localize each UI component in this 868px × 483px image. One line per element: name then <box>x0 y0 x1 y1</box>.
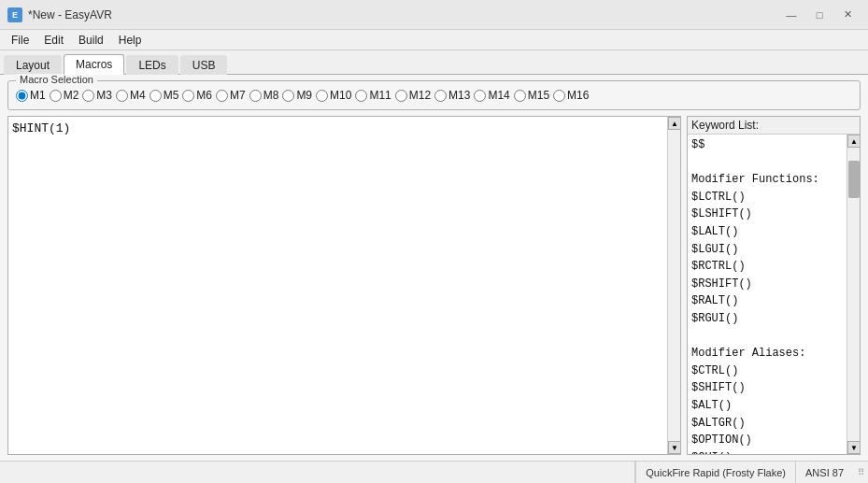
keyword-scrollbar[interactable]: ▲ ▼ <box>847 135 860 454</box>
keyword-panel: Keyword List: $$ Modifier Functions: $LC… <box>687 116 861 455</box>
text-editor-wrap: ▲ ▼ <box>7 116 681 455</box>
tab-bar: Layout Macros LEDs USB <box>0 50 868 75</box>
menu-bar: File Edit Build Help <box>0 30 868 50</box>
radio-label-m2: M2 <box>64 89 79 102</box>
title-bar-controls: — □ ✕ <box>778 6 861 24</box>
radio-label-m16: M16 <box>567 89 589 102</box>
radio-m16[interactable]: M16 <box>553 89 589 102</box>
radio-label-m5: M5 <box>164 89 179 102</box>
radio-input-m10[interactable] <box>316 90 328 102</box>
radio-label-m14: M14 <box>488 89 509 102</box>
menu-file[interactable]: File <box>4 30 36 50</box>
radio-m1[interactable]: M1 <box>16 89 46 102</box>
radio-label-m12: M12 <box>409 89 431 102</box>
radio-m11[interactable]: M11 <box>355 89 391 102</box>
radio-input-m8[interactable] <box>249 90 262 102</box>
tab-leds[interactable]: LEDs <box>126 55 178 75</box>
tab-macros[interactable]: Macros <box>64 54 124 75</box>
editor-area: ▲ ▼ Keyword List: $$ Modifier Functions:… <box>7 116 861 455</box>
radio-input-m1[interactable] <box>16 90 28 102</box>
radio-m15[interactable]: M15 <box>514 89 549 102</box>
status-bar: QuickFire Rapid (Frosty Flake) ANSI 87 ⠿ <box>0 461 868 483</box>
keyword-list-content: $$ Modifier Functions: $LCTRL() $LSHIFT(… <box>688 135 847 454</box>
macro-editor[interactable] <box>8 117 667 454</box>
radio-m5[interactable]: M5 <box>149 89 179 102</box>
radio-input-m11[interactable] <box>355 90 367 102</box>
radio-m13[interactable]: M13 <box>434 89 470 102</box>
keyword-content-wrap: $$ Modifier Functions: $LCTRL() $LSHIFT(… <box>688 135 860 454</box>
radio-m6[interactable]: M6 <box>182 89 212 102</box>
radio-m8[interactable]: M8 <box>249 89 279 102</box>
macro-selection-group: Macro Selection M1M2M3M4M5M6M7M8M9M10M11… <box>7 80 861 110</box>
menu-help[interactable]: Help <box>111 30 149 50</box>
macro-radio-row: M1M2M3M4M5M6M7M8M9M10M11M12M13M14M15M16 <box>16 89 852 102</box>
keyword-scroll-thumb <box>848 161 860 198</box>
status-right: QuickFire Rapid (Frosty Flake) ANSI 87 ⠿ <box>634 462 868 484</box>
title-bar: E *New - EasyAVR — □ ✕ <box>0 0 868 30</box>
close-button[interactable]: ✕ <box>834 6 861 24</box>
radio-input-m3[interactable] <box>82 90 94 102</box>
app-icon: E <box>7 7 22 22</box>
editor-scrollbar: ▲ ▼ <box>667 117 680 454</box>
window-title: *New - EasyAVR <box>28 8 112 21</box>
main-content: Macro Selection M1M2M3M4M5M6M7M8M9M10M11… <box>0 75 868 461</box>
keyword-scroll-up[interactable]: ▲ <box>847 135 860 148</box>
status-grip: ⠿ <box>853 462 868 484</box>
status-keyboard: QuickFire Rapid (Frosty Flake) <box>635 462 795 484</box>
radio-m7[interactable]: M7 <box>216 89 246 102</box>
radio-input-m13[interactable] <box>434 90 447 102</box>
radio-input-m6[interactable] <box>182 90 194 102</box>
radio-input-m5[interactable] <box>149 90 162 102</box>
tab-layout[interactable]: Layout <box>4 55 62 75</box>
radio-label-m13: M13 <box>448 89 470 102</box>
scroll-up-button[interactable]: ▲ <box>668 117 681 130</box>
radio-label-m10: M10 <box>330 89 351 102</box>
menu-edit[interactable]: Edit <box>36 30 71 50</box>
radio-label-m6: M6 <box>196 89 212 102</box>
radio-input-m7[interactable] <box>216 90 228 102</box>
radio-input-m16[interactable] <box>553 90 565 102</box>
radio-label-m3: M3 <box>96 89 112 102</box>
radio-m12[interactable]: M12 <box>395 89 431 102</box>
keyword-list-header: Keyword List: <box>688 117 860 135</box>
radio-label-m4: M4 <box>130 89 146 102</box>
radio-label-m11: M11 <box>369 89 391 102</box>
radio-input-m15[interactable] <box>514 90 526 102</box>
radio-m14[interactable]: M14 <box>474 89 509 102</box>
maximize-button[interactable]: □ <box>806 6 832 24</box>
tab-usb[interactable]: USB <box>180 55 228 75</box>
radio-input-m12[interactable] <box>395 90 407 102</box>
radio-label-m8: M8 <box>263 89 279 102</box>
radio-label-m7: M7 <box>230 89 246 102</box>
radio-input-m9[interactable] <box>282 90 294 102</box>
radio-label-m15: M15 <box>528 89 549 102</box>
scrollbar-track <box>668 130 680 441</box>
minimize-button[interactable]: — <box>778 6 804 24</box>
scroll-down-button[interactable]: ▼ <box>668 441 681 454</box>
radio-m2[interactable]: M2 <box>50 89 79 102</box>
radio-input-m4[interactable] <box>116 90 128 102</box>
menu-build[interactable]: Build <box>71 30 111 50</box>
radio-m3[interactable]: M3 <box>82 89 112 102</box>
radio-label-m1: M1 <box>30 89 46 102</box>
status-layout: ANSI 87 <box>795 462 853 484</box>
macro-selection-label: Macro Selection <box>16 74 97 85</box>
keyword-scroll-track <box>847 198 860 441</box>
keyword-scroll-down[interactable]: ▼ <box>847 441 860 454</box>
title-bar-left: E *New - EasyAVR <box>7 7 112 22</box>
radio-m4[interactable]: M4 <box>116 89 146 102</box>
radio-m10[interactable]: M10 <box>316 89 351 102</box>
radio-input-m2[interactable] <box>50 90 62 102</box>
radio-m9[interactable]: M9 <box>282 89 312 102</box>
radio-input-m14[interactable] <box>474 90 486 102</box>
radio-label-m9: M9 <box>296 89 312 102</box>
